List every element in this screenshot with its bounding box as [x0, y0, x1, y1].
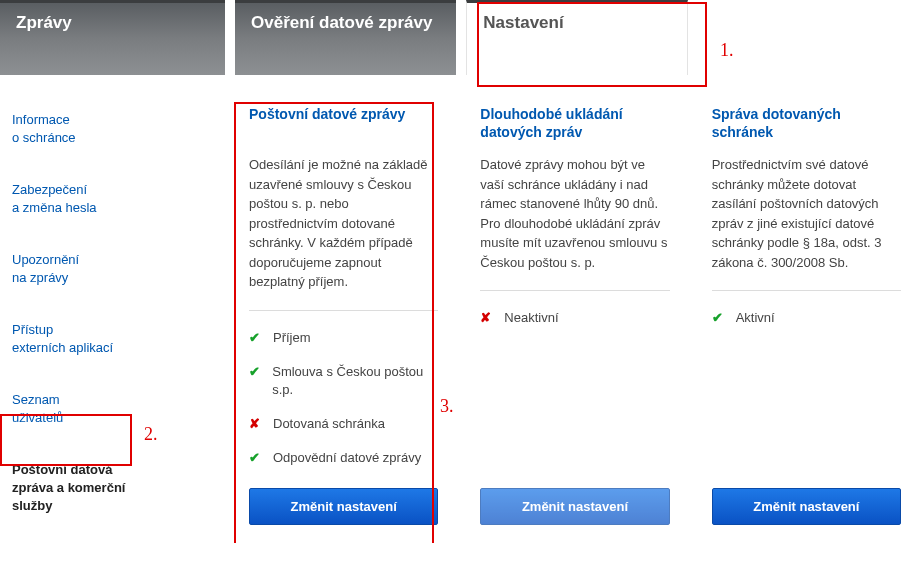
- cross-icon: ✘: [480, 309, 494, 327]
- panel-storage-desc: Datové zprávy mohou být ve vaší schránce…: [480, 155, 669, 272]
- divider: [712, 290, 901, 291]
- tab-verify[interactable]: Ověření datové zprávy: [235, 0, 456, 75]
- status-item-storage-inactive: ✘ Neaktivní: [480, 301, 669, 335]
- change-settings-button-postal[interactable]: Změnit nastavení: [249, 488, 438, 525]
- tab-settings-label: Nastavení: [483, 13, 563, 32]
- sidebar-item-mailbox-info[interactable]: Informace o schránce: [6, 105, 116, 153]
- check-icon: ✔: [249, 363, 262, 381]
- sidebar-item-notifications[interactable]: Upozornění na zprávy: [6, 245, 116, 293]
- settings-sidebar: Informace o schránce Zabezpečení a změna…: [0, 75, 225, 543]
- panel-sponsored: Správa dotovaných schránek Prostřednictv…: [698, 75, 919, 535]
- status-item-reply-msgs: ✔ Odpovědní datové zprávy: [249, 441, 438, 475]
- storage-status-list: ✘ Neaktivní: [480, 301, 669, 335]
- check-icon: ✔: [249, 449, 263, 467]
- cross-icon: ✘: [249, 415, 263, 433]
- divider: [480, 290, 669, 291]
- panel-sponsored-title: Správa dotovaných schránek: [712, 105, 901, 141]
- tab-messages[interactable]: Zprávy: [0, 0, 225, 75]
- check-icon: ✔: [712, 309, 726, 327]
- panel-postal-title: Poštovní datové zprávy: [249, 105, 438, 141]
- sidebar-item-users[interactable]: Seznam uživatelů: [6, 385, 116, 433]
- change-settings-button-sponsored[interactable]: Změnit nastavení: [712, 488, 901, 525]
- sidebar-item-security[interactable]: Zabezpečení a změna hesla: [6, 175, 116, 223]
- sidebar-item-postal-commercial[interactable]: Poštovní datová zpráva a komerční služby: [6, 455, 136, 521]
- status-item-reception: ✔ Příjem: [249, 321, 438, 355]
- sidebar-item-external-apps[interactable]: Přístup externích aplikací: [6, 315, 116, 363]
- status-item-contract: ✔ Smlouva s Českou poštou s.p.: [249, 355, 438, 407]
- panel-postal: Poštovní datové zprávy Odesílání je možn…: [235, 75, 456, 535]
- tab-settings[interactable]: Nastavení: [466, 0, 687, 75]
- status-item-sponsored-box: ✘ Dotovaná schránka: [249, 407, 438, 441]
- panel-storage-title: Dlouhodobé ukládání datových zpráv: [480, 105, 669, 141]
- tab-messages-label: Zprávy: [16, 13, 72, 32]
- postal-status-list: ✔ Příjem ✔ Smlouva s Českou poštou s.p. …: [249, 321, 438, 476]
- sponsored-status-list: ✔ Aktivní: [712, 301, 901, 335]
- change-settings-button-storage[interactable]: Změnit nastavení: [480, 488, 669, 525]
- tab-verify-label: Ověření datové zprávy: [251, 13, 432, 32]
- divider: [249, 310, 438, 311]
- status-item-sponsored-active: ✔ Aktivní: [712, 301, 901, 335]
- panel-storage: Dlouhodobé ukládání datových zpráv Datov…: [466, 75, 687, 535]
- check-icon: ✔: [249, 329, 263, 347]
- panel-postal-desc: Odesílání je možné na základě uzavřené s…: [249, 155, 438, 292]
- panel-sponsored-desc: Prostřednictvím své datové schránky může…: [712, 155, 901, 272]
